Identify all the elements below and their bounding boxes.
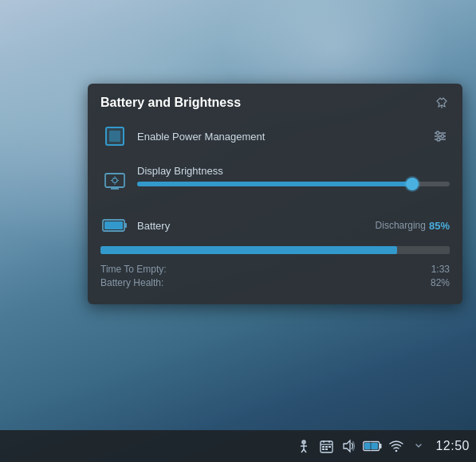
accessibility-tray-icon[interactable] <box>295 437 313 455</box>
power-management-checkbox[interactable] <box>105 127 124 146</box>
battery-health-value: 82% <box>431 277 450 288</box>
battery-section: Battery Discharging 85% Time To Empty: 1… <box>88 208 462 288</box>
svg-rect-28 <box>322 446 325 448</box>
svg-point-5 <box>441 135 444 138</box>
power-management-row: Enable Power Management <box>88 120 462 159</box>
battery-brightness-panel: Battery and Brightness Enable Power Mana… <box>88 84 462 304</box>
svg-rect-17 <box>104 221 123 229</box>
svg-rect-32 <box>325 448 328 450</box>
brightness-slider-fill <box>137 182 412 186</box>
battery-bar-track <box>100 246 450 254</box>
svg-marker-33 <box>344 440 350 452</box>
battery-tray-icon[interactable] <box>362 437 383 455</box>
brightness-label: Display Brightness <box>137 165 450 177</box>
svg-rect-30 <box>328 446 331 448</box>
svg-rect-16 <box>124 223 127 228</box>
taskbar-right: 12:50 <box>295 437 470 455</box>
pin-button[interactable] <box>434 95 450 111</box>
battery-health-label: Battery Health: <box>100 277 163 288</box>
battery-time-row: Time To Empty: 1:33 <box>100 264 450 275</box>
svg-rect-29 <box>325 446 328 448</box>
power-management-icon <box>100 122 129 151</box>
clock[interactable]: 12:50 <box>435 439 470 453</box>
battery-details: Time To Empty: 1:33 Battery Health: 82% <box>100 264 450 288</box>
svg-point-10 <box>112 178 117 183</box>
power-management-label: Enable Power Management <box>137 131 431 143</box>
tray-expand-chevron[interactable] <box>410 437 427 455</box>
svg-rect-31 <box>322 448 325 450</box>
brightness-slider-thumb[interactable] <box>406 178 419 190</box>
wifi-tray-icon[interactable] <box>387 437 405 455</box>
svg-rect-35 <box>380 444 382 448</box>
power-checkbox-inner <box>109 131 120 142</box>
volume-tray-icon[interactable] <box>340 437 357 455</box>
battery-health-row: Battery Health: 82% <box>100 277 450 288</box>
battery-status: Discharging <box>376 220 426 231</box>
svg-point-38 <box>395 450 398 452</box>
svg-rect-7 <box>105 174 124 187</box>
svg-line-23 <box>304 449 306 452</box>
calendar-tray-icon[interactable] <box>317 437 335 455</box>
svg-line-22 <box>301 449 304 452</box>
battery-icon <box>100 211 129 240</box>
svg-point-19 <box>303 441 305 443</box>
svg-point-4 <box>436 131 439 135</box>
battery-bar-fill <box>100 246 397 254</box>
svg-point-6 <box>437 138 440 141</box>
battery-header: Battery Discharging 85% <box>100 211 450 240</box>
panel-header: Battery and Brightness <box>88 84 462 120</box>
power-settings-button[interactable] <box>431 127 450 146</box>
panel-title: Battery and Brightness <box>100 96 241 110</box>
taskbar: 12:50 <box>0 430 476 462</box>
brightness-row: Display Brightness <box>88 159 462 208</box>
battery-label: Battery <box>137 220 376 232</box>
time-to-empty-value: 1:33 <box>431 264 450 275</box>
brightness-content: Display Brightness <box>137 165 450 186</box>
battery-percent: 85% <box>429 220 450 232</box>
brightness-slider-track[interactable] <box>137 182 450 186</box>
brightness-icon <box>100 168 129 197</box>
time-to-empty-label: Time To Empty: <box>100 264 167 275</box>
